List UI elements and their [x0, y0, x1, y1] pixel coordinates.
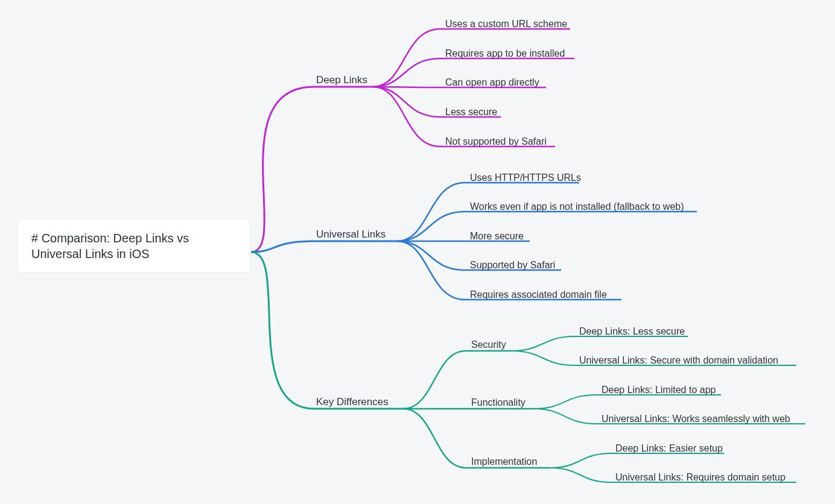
branch-key-differences[interactable]: Key Differences [316, 395, 389, 409]
deep-links-item-2[interactable]: Requires app to be installed [445, 48, 565, 60]
functionality-item-1[interactable]: Deep Links: Limited to app [602, 384, 716, 397]
branch-deep-links[interactable]: Deep Links [316, 74, 367, 87]
universal-links-item-3[interactable]: More secure [470, 230, 524, 243]
keydiff-functionality[interactable]: Functionality [471, 397, 525, 409]
universal-links-item-4[interactable]: Supported by Safari [470, 259, 555, 272]
implementation-item-2[interactable]: Universal Links: Requires domain setup [615, 471, 786, 484]
deep-links-item-4[interactable]: Less secure [445, 106, 497, 119]
keydiff-implementation[interactable]: Implementation [471, 456, 537, 468]
sub-label: Functionality [471, 397, 525, 408]
root-title: # Comparison: Deep Links vs Universal Li… [31, 232, 189, 260]
security-item-1[interactable]: Deep Links: Less secure [579, 326, 685, 338]
branch-universal-links[interactable]: Universal Links [316, 228, 386, 241]
branch-label: Key Differences [316, 396, 389, 408]
sub-label: Implementation [471, 456, 537, 467]
deep-links-item-5[interactable]: Not supported by Safari [445, 136, 547, 148]
branch-label: Universal Links [316, 228, 386, 240]
universal-links-item-2[interactable]: Works even if app is not installed (fall… [470, 201, 684, 213]
branch-label: Deep Links [316, 74, 367, 86]
deep-links-item-1[interactable]: Uses a custom URL scheme [445, 18, 567, 31]
keydiff-security[interactable]: Security [471, 339, 506, 351]
mindmap-root[interactable]: # Comparison: Deep Links vs Universal Li… [18, 219, 250, 272]
universal-links-item-5[interactable]: Requires associated domain file [470, 289, 607, 301]
deep-links-item-3[interactable]: Can open app directly [445, 77, 539, 89]
implementation-item-1[interactable]: Deep Links: Easier setup [615, 443, 723, 455]
functionality-item-2[interactable]: Universal Links: Works seamlessly with w… [602, 413, 790, 426]
universal-links-item-1[interactable]: Uses HTTP/HTTPS URLs [470, 172, 581, 184]
sub-label: Security [471, 339, 506, 350]
security-item-2[interactable]: Universal Links: Secure with domain vali… [579, 354, 778, 367]
